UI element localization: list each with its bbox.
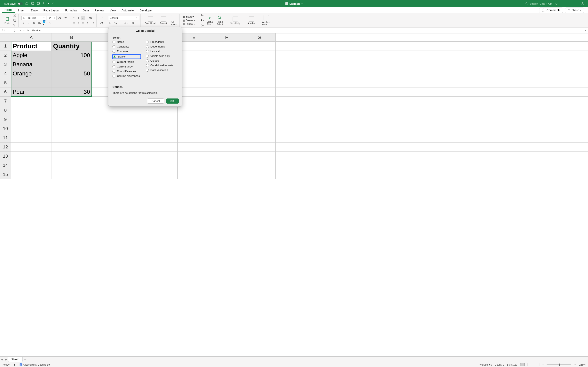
radio-objects[interactable]: Objects (146, 59, 173, 62)
cell[interactable] (210, 142, 243, 151)
row-header[interactable]: 15 (0, 170, 11, 179)
decrease-decimal-icon[interactable]: ←.0 (130, 21, 134, 25)
font-name-select[interactable]: SF Pro Text▾ (21, 16, 46, 20)
zoom-level[interactable]: 256% (579, 363, 586, 366)
col-header-G[interactable]: G (243, 33, 276, 42)
cell[interactable] (52, 124, 92, 133)
fx-icon[interactable]: fx (27, 29, 29, 32)
select-all-corner[interactable] (0, 33, 11, 42)
undo-icon[interactable] (43, 2, 46, 6)
row-header[interactable]: 7 (0, 97, 11, 106)
save-icon[interactable] (31, 2, 34, 6)
cell[interactable] (178, 97, 210, 106)
cell[interactable] (92, 142, 145, 151)
increase-indent-icon[interactable]: ⇥ (91, 21, 95, 25)
row-header[interactable]: 5 (0, 78, 11, 87)
tab-page-layout[interactable]: Page Layout (41, 8, 62, 13)
cell[interactable] (11, 78, 52, 87)
radio-last-cell[interactable]: Last cell (146, 50, 173, 53)
zoom-slider[interactable] (546, 364, 571, 365)
align-bottom-icon[interactable]: ⤓ (81, 16, 85, 20)
row-header[interactable]: 10 (0, 124, 11, 133)
cell[interactable] (11, 133, 52, 142)
redo-icon[interactable] (52, 2, 55, 6)
cell[interactable] (210, 69, 243, 78)
cell[interactable] (243, 115, 276, 124)
share-button[interactable]: ⇪ Share ▾ (565, 8, 584, 13)
cell[interactable] (210, 42, 243, 50)
cell[interactable] (243, 69, 276, 78)
sheet-nav-prev-icon[interactable]: ◀ (0, 358, 4, 361)
cell[interactable] (145, 133, 178, 142)
cell-styles-button[interactable]: Cell Styles (169, 15, 178, 26)
page-layout-view-icon[interactable] (527, 363, 532, 366)
cell[interactable] (178, 106, 210, 115)
cell[interactable] (243, 87, 276, 96)
cell[interactable]: 100 (52, 51, 92, 60)
cut-icon[interactable] (13, 13, 17, 17)
decrease-indent-icon[interactable]: ⇤ (86, 21, 90, 25)
cell[interactable] (52, 97, 92, 106)
cell[interactable]: Banana (11, 60, 52, 69)
cell[interactable] (210, 97, 243, 106)
radio-precedents[interactable]: Precedents (146, 40, 173, 43)
fill-icon[interactable]: ⬇▾ (200, 18, 204, 22)
radio-data-validation[interactable]: Data validation (146, 68, 173, 72)
cell[interactable] (52, 60, 92, 69)
cell[interactable] (145, 170, 178, 179)
col-header-B[interactable]: B (52, 33, 92, 42)
row-header[interactable]: 1 (0, 42, 11, 50)
cell[interactable] (52, 152, 92, 161)
cell[interactable] (178, 87, 210, 96)
cell[interactable] (178, 115, 210, 124)
merge-icon[interactable]: ⤢▾ (99, 21, 104, 25)
name-box-up-icon[interactable]: ▲ (14, 29, 15, 31)
cell[interactable]: 50 (52, 69, 92, 78)
ok-button[interactable]: OK (166, 99, 179, 104)
cell[interactable] (243, 51, 276, 60)
addins-button[interactable]: Add-ins (246, 16, 256, 25)
cell[interactable] (92, 124, 145, 133)
cell[interactable] (145, 115, 178, 124)
search-box[interactable]: Search (Cmd + Ctrl + U) (525, 2, 578, 6)
cell[interactable] (145, 106, 178, 115)
cell[interactable] (178, 51, 210, 60)
row-header[interactable]: 3 (0, 60, 11, 69)
cell[interactable] (11, 97, 52, 106)
row-header[interactable]: 13 (0, 152, 11, 161)
cell[interactable]: Pear (11, 87, 52, 96)
cell[interactable] (243, 97, 276, 106)
comma-icon[interactable]: , (119, 21, 123, 25)
copy-icon[interactable] (13, 18, 17, 22)
cell[interactable] (210, 60, 243, 69)
tab-developer[interactable]: Developer (137, 8, 155, 13)
cell[interactable] (11, 124, 52, 133)
cell[interactable] (92, 115, 145, 124)
row-header[interactable]: 9 (0, 115, 11, 124)
align-top-icon[interactable]: ⤒ (72, 16, 76, 20)
cell[interactable] (210, 133, 243, 142)
tab-insert[interactable]: Insert (16, 8, 28, 13)
tab-formulas[interactable]: Formulas (63, 8, 79, 13)
cell[interactable] (210, 78, 243, 87)
spreadsheet-grid[interactable]: A B C D E F G 1ProductQuantity2Apple1003… (0, 33, 588, 356)
cell[interactable] (178, 170, 210, 179)
autosave-toggle[interactable] (18, 2, 23, 5)
underline-button[interactable]: U (32, 21, 36, 25)
row-header[interactable]: 11 (0, 133, 11, 142)
sensitivity-button[interactable]: Sensitivity (229, 16, 242, 25)
cell[interactable] (145, 142, 178, 151)
cell[interactable] (11, 106, 52, 115)
col-header-F[interactable]: F (210, 33, 243, 42)
radio-current-region[interactable]: Current region (112, 60, 140, 63)
cell[interactable] (243, 142, 276, 151)
decrease-font-icon[interactable]: A▾ (63, 16, 67, 20)
cell[interactable]: Orange (11, 69, 52, 78)
radio-visible-cells-only[interactable]: Visible cells only (146, 54, 173, 58)
comments-button[interactable]: 💬 Comments (539, 8, 563, 13)
tab-draw[interactable]: Draw (29, 8, 40, 13)
tab-view[interactable]: View (107, 8, 118, 13)
cell[interactable] (92, 133, 145, 142)
more-icon[interactable]: ··· (57, 2, 60, 5)
cell[interactable] (178, 133, 210, 142)
